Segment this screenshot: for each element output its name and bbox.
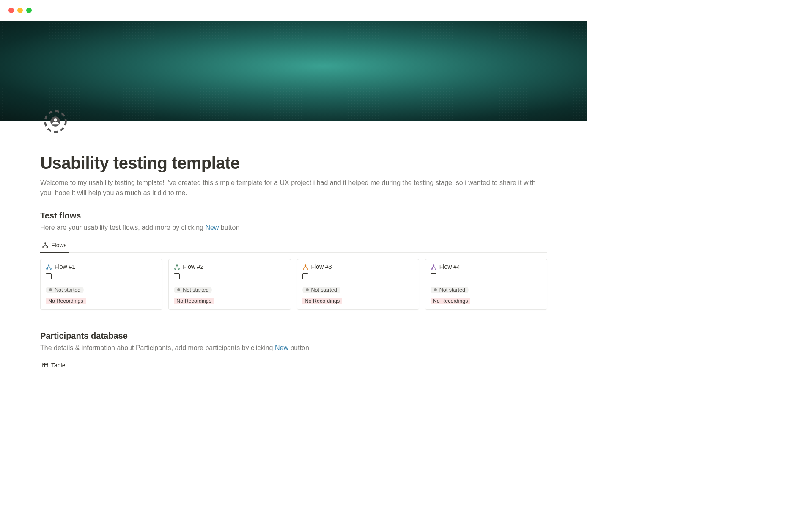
card-title: Flow #3 [311, 263, 332, 270]
card-title-row: Flow #4 [431, 263, 542, 270]
testflows-subtext[interactable]: Here are your usability test flows, add … [40, 224, 547, 232]
page-icon[interactable] [40, 106, 71, 137]
flow-icon [302, 264, 309, 270]
status-label: Not started [183, 287, 208, 293]
svg-point-8 [50, 268, 52, 269]
flows-view-tabs: Flows [40, 239, 547, 253]
window-minimize-button[interactable] [17, 8, 23, 13]
svg-point-5 [47, 246, 48, 248]
svg-point-11 [178, 268, 180, 269]
poker-chip-icon [43, 109, 68, 134]
new-link[interactable]: New [205, 224, 219, 231]
card-title: Flow #4 [439, 263, 460, 270]
page-cover[interactable] [0, 21, 587, 121]
svg-point-7 [47, 268, 48, 269]
status-badge: Not started [46, 287, 84, 293]
status-badge: Not started [302, 287, 340, 293]
card-title-row: Flow #2 [174, 263, 285, 270]
page-intro-text[interactable]: Welcome to my usability testing template… [40, 178, 547, 198]
status-badge: Not started [174, 287, 212, 293]
flow-icon [46, 264, 52, 270]
page-content: Usability testing template Welcome to my… [0, 137, 587, 367]
participants-sub-suffix: button [288, 344, 309, 351]
card-checkbox[interactable] [431, 273, 542, 281]
testflows-heading[interactable]: Test flows [40, 211, 547, 221]
status-dot-icon [434, 288, 437, 291]
card-title-row: Flow #1 [46, 263, 157, 270]
status-badge: Not started [431, 287, 469, 293]
svg-point-17 [435, 268, 436, 269]
recordings-badge: No Recordings [46, 298, 86, 304]
card-checkbox[interactable] [46, 273, 157, 281]
checkbox-icon [431, 273, 436, 279]
page-title[interactable]: Usability testing template [40, 154, 547, 173]
table-icon [42, 362, 49, 368]
svg-point-6 [48, 264, 49, 265]
checkbox-icon [46, 273, 52, 279]
card-checkbox[interactable] [302, 273, 414, 281]
testflows-sub-suffix: button [219, 224, 239, 231]
card-title: Flow #1 [55, 263, 75, 270]
tab-flows[interactable]: Flows [40, 239, 69, 253]
flow-icon [174, 264, 180, 270]
status-label: Not started [55, 287, 80, 293]
status-dot-icon [306, 288, 309, 291]
svg-point-2 [54, 118, 57, 121]
participants-subtext[interactable]: The details & information about Particip… [40, 344, 547, 352]
window-close-button[interactable] [8, 8, 14, 13]
recordings-badge: No Recordings [431, 298, 471, 304]
flow-card[interactable]: Flow #2Not startedNo Recordings [168, 259, 291, 310]
tab-table[interactable]: Table [40, 359, 547, 368]
svg-point-10 [175, 268, 176, 269]
window-controls [0, 0, 587, 21]
flow-card[interactable]: Flow #3Not startedNo Recordings [297, 259, 419, 310]
svg-point-3 [45, 243, 46, 244]
card-title-row: Flow #3 [302, 263, 414, 270]
status-label: Not started [311, 287, 337, 293]
checkbox-icon [174, 273, 180, 279]
flow-icon [431, 264, 437, 270]
status-dot-icon [177, 288, 180, 291]
card-checkbox[interactable] [174, 273, 285, 281]
card-title: Flow #2 [183, 263, 203, 270]
participants-sub-prefix: The details & information about Particip… [40, 344, 275, 351]
svg-point-14 [307, 268, 308, 269]
svg-point-4 [43, 246, 44, 248]
testflows-sub-prefix: Here are your usability test flows, add … [40, 224, 205, 231]
svg-point-12 [305, 264, 306, 265]
flow-card[interactable]: Flow #4Not startedNo Recordings [425, 259, 547, 310]
status-label: Not started [439, 287, 465, 293]
svg-point-9 [176, 264, 178, 265]
checkbox-icon [302, 273, 308, 279]
tab-flows-label: Flows [51, 242, 67, 248]
flow-icon [42, 242, 49, 248]
flow-card[interactable]: Flow #1Not startedNo Recordings [40, 259, 162, 310]
recordings-badge: No Recordings [302, 298, 343, 304]
svg-point-13 [303, 268, 304, 269]
svg-rect-18 [43, 363, 48, 367]
recordings-badge: No Recordings [174, 298, 214, 304]
new-link-participants[interactable]: New [275, 344, 288, 351]
tab-table-label: Table [51, 362, 65, 368]
window-zoom-button[interactable] [26, 8, 32, 13]
svg-point-15 [433, 264, 434, 265]
participants-heading[interactable]: Participants database [40, 331, 547, 341]
svg-point-16 [431, 268, 433, 269]
flows-cards-container: Flow #1Not startedNo RecordingsFlow #2No… [40, 259, 547, 310]
status-dot-icon [49, 288, 52, 291]
